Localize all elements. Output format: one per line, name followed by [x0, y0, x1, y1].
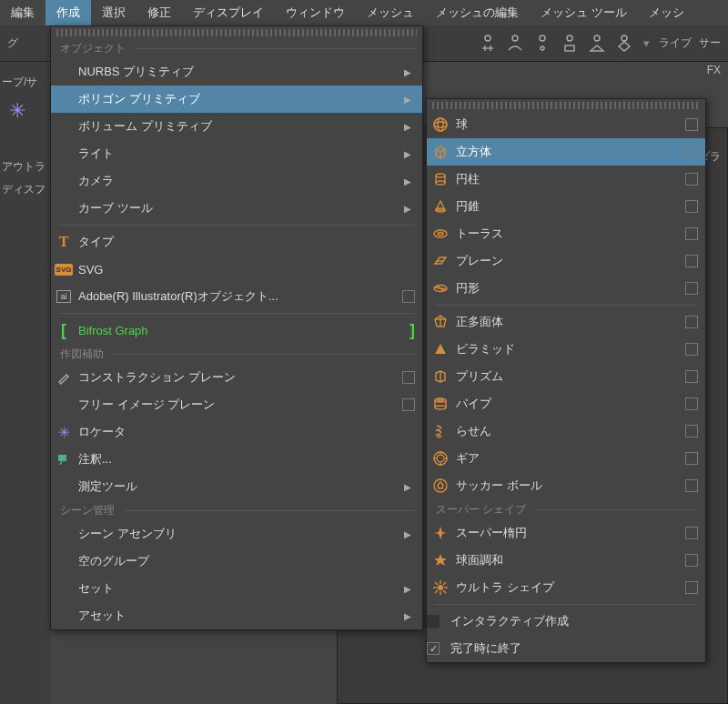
options-box[interactable] — [685, 118, 698, 131]
platonic-icon — [427, 314, 454, 330]
menu-tearoff-handle[interactable] — [56, 29, 417, 36]
item-cylinder[interactable]: 円柱 — [427, 166, 705, 193]
options-box[interactable] — [685, 200, 698, 213]
item-disc[interactable]: 円形 — [427, 275, 705, 302]
item-locator[interactable]: ✳ ロケータ — [51, 418, 422, 446]
section-drawing-aids: 作図補助 — [51, 344, 422, 364]
dropdown-arrow-icon[interactable]: ▾ — [643, 36, 650, 50]
snap-live-icon[interactable] — [612, 32, 636, 55]
item-pyramid[interactable]: ピラミッド — [427, 336, 705, 363]
item-svg[interactable]: SVG SVG — [51, 256, 422, 283]
item-exit-on-complete[interactable]: ✓ 完了時に終了 — [427, 635, 705, 662]
options-box[interactable] — [685, 479, 698, 492]
item-curve-tools[interactable]: カーブ ツール▶ — [51, 195, 422, 222]
options-box[interactable] — [685, 397, 698, 410]
options-box[interactable] — [402, 371, 415, 384]
svg-point-5 — [540, 35, 545, 41]
menu-meshedit[interactable]: メッシュの編集 — [425, 0, 530, 25]
submenu-arrow-icon: ▶ — [404, 122, 415, 132]
svg-point-13 — [434, 122, 447, 127]
svg-marker-39 — [434, 554, 447, 566]
item-construction-plane[interactable]: コンストラクション プレーン — [51, 364, 422, 391]
item-polygon-primitives[interactable]: ポリゴン プリミティブ▶ — [51, 85, 422, 113]
menu-meshtool[interactable]: メッシュ ツール — [530, 0, 638, 25]
submenu-arrow-icon: ▶ — [404, 204, 415, 214]
item-helix[interactable]: らせん — [427, 417, 705, 445]
svg-point-7 — [567, 35, 572, 41]
item-ultra-shape[interactable]: ウルトラ シェイプ — [427, 574, 705, 601]
item-lights[interactable]: ライト▶ — [51, 140, 422, 167]
item-bifrost-graph[interactable]: [ Bifrost Graph ] — [51, 317, 422, 344]
options-box[interactable] — [685, 255, 698, 267]
item-adobe-illustrator[interactable]: ai Adobe(R) Illustrator(R)オブジェクト... — [51, 283, 422, 310]
item-sphere[interactable]: 球 — [427, 111, 705, 138]
item-free-image-plane[interactable]: フリー イメージ プレーン — [51, 391, 422, 418]
item-camera[interactable]: カメラ▶ — [51, 167, 422, 195]
section-scene-mgmt: シーン管理 — [51, 500, 422, 520]
options-box[interactable] — [402, 290, 415, 303]
item-empty-group[interactable]: 空のグループ — [51, 548, 422, 575]
options-box[interactable] — [685, 425, 698, 437]
svg-icon: SVG — [51, 264, 76, 276]
options-box[interactable] — [685, 527, 698, 539]
options-box[interactable] — [685, 146, 698, 158]
item-cube[interactable]: 立方体 — [427, 138, 705, 166]
options-box[interactable] — [685, 316, 698, 328]
item-soccerball[interactable]: サッカー ボール — [427, 472, 705, 499]
checkbox-unchecked[interactable] — [427, 615, 440, 628]
item-nurbs-primitives[interactable]: NURBS プリミティブ▶ — [51, 58, 422, 85]
menu-window[interactable]: ウィンドウ — [275, 0, 356, 25]
menu-select[interactable]: 選択 — [91, 0, 136, 25]
options-box[interactable] — [402, 398, 415, 411]
options-box[interactable] — [685, 370, 698, 383]
options-box[interactable] — [685, 227, 698, 240]
menu-modify[interactable]: 修正 — [136, 0, 182, 25]
svg-point-6 — [541, 46, 544, 50]
options-box[interactable] — [685, 452, 698, 465]
item-interactive-create[interactable]: インタラクティブ作成 — [427, 608, 705, 635]
options-box[interactable] — [685, 343, 698, 356]
menu-mesh-trunc[interactable]: メッシ — [638, 0, 695, 25]
snap-point-icon[interactable] — [531, 32, 554, 55]
snap-grid-icon[interactable] — [476, 32, 500, 55]
menu-mesh[interactable]: メッシュ — [356, 0, 425, 25]
menu-tearoff-handle[interactable] — [432, 102, 700, 109]
item-plane[interactable]: プレーン — [427, 247, 705, 275]
options-box[interactable] — [685, 282, 698, 295]
item-cone[interactable]: 円錐 — [427, 193, 705, 220]
item-measure-tools[interactable]: 測定ツール▶ — [51, 473, 422, 500]
item-type[interactable]: T タイプ — [51, 228, 422, 256]
item-volume-primitives[interactable]: ボリューム プリミティブ▶ — [51, 113, 422, 140]
options-box[interactable] — [685, 554, 698, 567]
options-box[interactable] — [685, 581, 698, 594]
submenu-arrow-icon: ▶ — [404, 611, 415, 621]
svg-point-19 — [438, 233, 443, 236]
item-set[interactable]: セット▶ — [51, 575, 422, 602]
item-gear[interactable]: ギア — [427, 445, 705, 472]
checkbox-checked[interactable]: ✓ — [427, 642, 440, 655]
item-asset[interactable]: アセット▶ — [51, 602, 422, 629]
left-panel-edge: ーブ/サ ✳ アウトラ ディスフ — [0, 62, 50, 704]
pyramid-icon — [427, 341, 454, 357]
item-torus[interactable]: トーラス — [427, 220, 705, 247]
section-supershape: スーパー シェイプ — [427, 499, 705, 519]
cylinder-icon — [427, 171, 454, 187]
item-super-ellipse[interactable]: スーパー楕円 — [427, 519, 705, 547]
menu-display[interactable]: ディスプレイ — [182, 0, 275, 25]
locator-icon: ✳ — [51, 424, 76, 441]
item-spherical-harmonic[interactable]: 球面調和 — [427, 547, 705, 574]
bifrost-bracket-icon: [ — [51, 321, 76, 340]
menu-create[interactable]: 作成 — [46, 0, 91, 25]
item-pipe[interactable]: パイプ — [427, 390, 705, 417]
item-annotation[interactable]: 注釈... — [51, 446, 422, 473]
svg-line-46 — [443, 590, 446, 593]
item-platonic[interactable]: 正多面体 — [427, 308, 705, 336]
options-box[interactable] — [685, 173, 698, 186]
item-prism[interactable]: プリズム — [427, 363, 705, 390]
snap-proj-icon[interactable] — [558, 32, 581, 55]
snap-curve-icon[interactable] — [503, 32, 527, 55]
svg-point-10 — [622, 35, 627, 41]
snap-plane-icon[interactable] — [585, 32, 609, 55]
menu-edit[interactable]: 編集 — [0, 0, 46, 25]
item-scene-assembly[interactable]: シーン アセンブリ▶ — [51, 520, 422, 548]
